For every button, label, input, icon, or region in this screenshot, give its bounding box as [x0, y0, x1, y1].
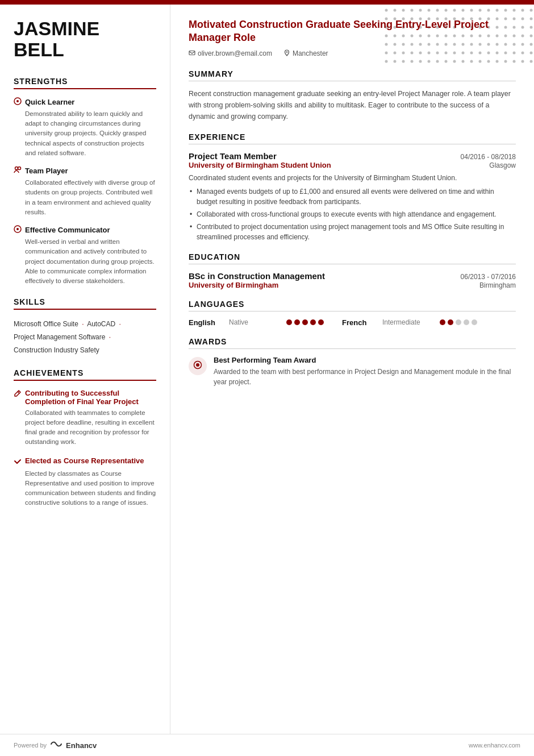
svg-point-114	[385, 60, 388, 63]
svg-point-3	[18, 167, 21, 170]
svg-point-23	[530, 9, 533, 12]
svg-point-116	[402, 60, 405, 63]
strength-icon-3	[14, 225, 22, 235]
footer-url: www.enhancv.com	[469, 742, 520, 749]
lang-level-1: Native	[229, 318, 277, 326]
svg-point-119	[428, 60, 431, 63]
strength-name-3: Effective Communicator	[25, 226, 110, 234]
awards-title: AWARDS	[189, 337, 516, 349]
edu-location-1: Birmingham	[479, 281, 516, 289]
lang-dot-1-3	[302, 319, 308, 325]
exp-header-1: Project Team Member 04/2016 - 08/2018	[189, 151, 516, 161]
checkmark-icon	[14, 457, 22, 467]
lang-name-2: French	[342, 318, 373, 327]
svg-point-5	[16, 228, 19, 230]
svg-point-126	[487, 60, 490, 63]
lang-name-1: English	[189, 318, 220, 327]
exp-location-1: Glasgow	[489, 161, 516, 169]
award-icon-wrap	[189, 357, 207, 375]
experience-title: EXPERIENCE	[189, 132, 516, 144]
svg-point-8	[402, 9, 405, 12]
svg-point-59	[530, 26, 533, 29]
svg-point-58	[522, 26, 524, 29]
svg-point-12	[436, 9, 439, 12]
lang-dot-2-2	[448, 319, 453, 325]
lang-dot-1-4	[310, 319, 316, 325]
svg-point-124	[470, 60, 473, 63]
pencil-icon	[14, 389, 22, 399]
svg-point-21	[513, 9, 516, 12]
lang-dots-1	[286, 319, 324, 325]
award-title-1: Best Performing Team Award	[214, 356, 516, 364]
location-icon	[283, 49, 290, 58]
svg-point-131	[530, 60, 533, 63]
top-bar	[0, 0, 534, 5]
strength-title-3: Effective Communicator	[14, 225, 156, 235]
lang-dot-2-5	[472, 319, 477, 325]
svg-point-133	[286, 51, 287, 52]
strengths-title: STRENGTHS	[14, 77, 156, 89]
awards-section: Best Performing Team Award Awarded to th…	[189, 356, 516, 387]
exp-entry-1: Project Team Member 04/2016 - 08/2018 Un…	[189, 151, 516, 242]
exp-org-1: University of Birmingham Student Union	[189, 161, 331, 169]
exp-bullet-1-1: Managed events budgets of up to £1,000 a…	[189, 186, 516, 207]
achievement-title-1: Contributing to Successful Completion of…	[14, 389, 156, 406]
svg-point-14	[453, 9, 456, 12]
email-text: oliver.brown@email.com	[198, 49, 272, 57]
lang-dot-2-3	[456, 319, 461, 325]
powered-by-text: Powered by	[14, 742, 47, 749]
svg-point-22	[522, 9, 524, 12]
lang-dot-2-1	[440, 319, 445, 325]
skills-list: Microsoft Office Suite · AutoCAD · Proje…	[14, 318, 156, 356]
award-content-1: Best Performing Team Award Awarded to th…	[214, 356, 516, 387]
svg-point-95	[530, 43, 533, 46]
svg-point-113	[530, 52, 533, 55]
svg-point-112	[522, 52, 524, 55]
svg-point-10	[419, 9, 422, 12]
lang-dot-1-1	[286, 319, 292, 325]
strength-title-2: Team Player	[14, 166, 156, 176]
svg-point-6	[385, 9, 388, 12]
svg-point-129	[513, 60, 516, 63]
strength-desc-1: Demonstrated ability to learn quickly an…	[14, 109, 156, 158]
achievement-desc-2: Elected by classmates as Course Represen…	[14, 469, 156, 508]
skill-dot-3: ·	[109, 333, 111, 341]
edu-degree-1: BSc in Construction Management	[189, 271, 325, 281]
svg-point-128	[504, 60, 507, 63]
achievement-item-2: Elected as Course Representative Elected…	[14, 456, 156, 508]
exp-bullet-1-2: Collaborated with cross-functional group…	[189, 209, 516, 219]
strength-name-2: Team Player	[25, 167, 68, 175]
svg-point-130	[522, 60, 524, 63]
svg-point-76	[522, 35, 524, 38]
location-text: Manchester	[293, 49, 328, 57]
sidebar: JASMINE BELL STRENGTHS Quick Learner Dem…	[0, 5, 170, 734]
svg-point-121	[445, 60, 448, 63]
skill-1: Microsoft Office Suite	[14, 320, 78, 328]
strength-item-2: Team Player Collaborated effectively wit…	[14, 166, 156, 217]
skill-4: Construction Industry Safety	[14, 346, 99, 354]
email-icon	[189, 49, 195, 58]
first-name: JASMINE	[14, 18, 156, 39]
award-desc-1: Awarded to the team with best performanc…	[214, 367, 516, 387]
contact-location: Manchester	[283, 49, 328, 58]
summary-text: Recent construction management graduate …	[189, 88, 516, 122]
edu-org-1: University of Birmingham	[189, 281, 278, 289]
svg-point-11	[428, 9, 431, 12]
summary-title: SUMMARY	[189, 69, 516, 81]
svg-point-117	[411, 60, 414, 63]
lang-dot-1-2	[294, 319, 300, 325]
svg-point-127	[496, 60, 499, 63]
headline-title: Motivated Construction Graduate Seeking …	[189, 18, 516, 45]
svg-point-16	[470, 9, 473, 12]
skill-3: Project Management Software	[14, 333, 105, 341]
award-entry-1: Best Performing Team Award Awarded to th…	[189, 356, 516, 387]
languages-title: LANGUAGES	[189, 300, 516, 311]
resume-container: JASMINE BELL STRENGTHS Quick Learner Dem…	[0, 0, 534, 756]
brand-name: Enhancv	[66, 741, 97, 750]
edu-org-line-1: University of Birmingham Birmingham	[189, 281, 516, 289]
edu-entry-1: BSc in Construction Management 06/2013 -…	[189, 271, 516, 289]
contact-line: oliver.brown@email.com Manchester	[189, 49, 516, 58]
name-block: JASMINE BELL	[14, 18, 156, 61]
exp-bullet-1-3: Contributed to project documentation usi…	[189, 222, 516, 242]
svg-point-1	[16, 100, 19, 102]
